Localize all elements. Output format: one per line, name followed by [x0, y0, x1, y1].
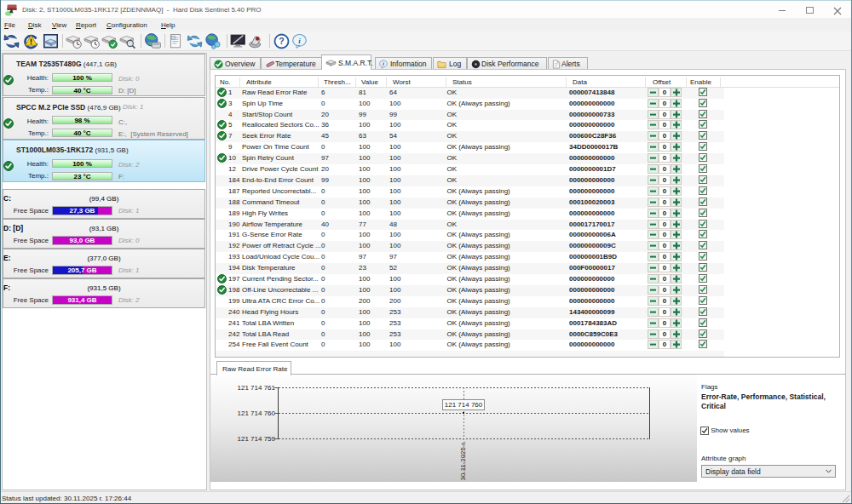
svg-text:?: ? [279, 36, 284, 46]
svg-text:i: i [383, 60, 384, 66]
